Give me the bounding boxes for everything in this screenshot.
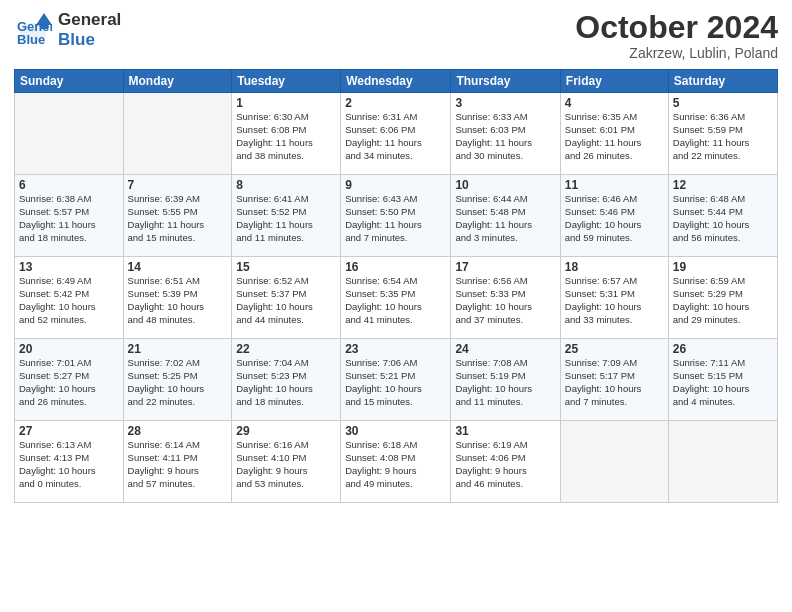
day-info: Sunrise: 7:11 AM Sunset: 5:15 PM Dayligh… bbox=[673, 357, 773, 408]
day-info: Sunrise: 6:52 AM Sunset: 5:37 PM Dayligh… bbox=[236, 275, 336, 326]
th-saturday: Saturday bbox=[668, 70, 777, 93]
day-number: 17 bbox=[455, 260, 555, 274]
day-info: Sunrise: 6:19 AM Sunset: 4:06 PM Dayligh… bbox=[455, 439, 555, 490]
header: General Blue General Blue October 2024 Z… bbox=[14, 10, 778, 61]
day-number: 18 bbox=[565, 260, 664, 274]
day-info: Sunrise: 6:35 AM Sunset: 6:01 PM Dayligh… bbox=[565, 111, 664, 162]
day-info: Sunrise: 7:06 AM Sunset: 5:21 PM Dayligh… bbox=[345, 357, 446, 408]
day-info: Sunrise: 6:51 AM Sunset: 5:39 PM Dayligh… bbox=[128, 275, 228, 326]
calendar-cell: 9Sunrise: 6:43 AM Sunset: 5:50 PM Daylig… bbox=[341, 175, 451, 257]
day-info: Sunrise: 6:56 AM Sunset: 5:33 PM Dayligh… bbox=[455, 275, 555, 326]
th-thursday: Thursday bbox=[451, 70, 560, 93]
day-number: 23 bbox=[345, 342, 446, 356]
day-number: 3 bbox=[455, 96, 555, 110]
day-info: Sunrise: 6:31 AM Sunset: 6:06 PM Dayligh… bbox=[345, 111, 446, 162]
day-info: Sunrise: 7:09 AM Sunset: 5:17 PM Dayligh… bbox=[565, 357, 664, 408]
calendar-cell: 12Sunrise: 6:48 AM Sunset: 5:44 PM Dayli… bbox=[668, 175, 777, 257]
calendar-cell: 20Sunrise: 7:01 AM Sunset: 5:27 PM Dayli… bbox=[15, 339, 124, 421]
day-info: Sunrise: 7:01 AM Sunset: 5:27 PM Dayligh… bbox=[19, 357, 119, 408]
day-info: Sunrise: 6:16 AM Sunset: 4:10 PM Dayligh… bbox=[236, 439, 336, 490]
day-info: Sunrise: 7:02 AM Sunset: 5:25 PM Dayligh… bbox=[128, 357, 228, 408]
calendar-cell: 14Sunrise: 6:51 AM Sunset: 5:39 PM Dayli… bbox=[123, 257, 232, 339]
calendar-cell: 31Sunrise: 6:19 AM Sunset: 4:06 PM Dayli… bbox=[451, 421, 560, 503]
calendar-cell: 22Sunrise: 7:04 AM Sunset: 5:23 PM Dayli… bbox=[232, 339, 341, 421]
day-info: Sunrise: 6:49 AM Sunset: 5:42 PM Dayligh… bbox=[19, 275, 119, 326]
day-info: Sunrise: 6:57 AM Sunset: 5:31 PM Dayligh… bbox=[565, 275, 664, 326]
day-info: Sunrise: 6:48 AM Sunset: 5:44 PM Dayligh… bbox=[673, 193, 773, 244]
calendar-cell: 13Sunrise: 6:49 AM Sunset: 5:42 PM Dayli… bbox=[15, 257, 124, 339]
calendar: Sunday Monday Tuesday Wednesday Thursday… bbox=[14, 69, 778, 503]
week-row-2: 6Sunrise: 6:38 AM Sunset: 5:57 PM Daylig… bbox=[15, 175, 778, 257]
calendar-cell: 6Sunrise: 6:38 AM Sunset: 5:57 PM Daylig… bbox=[15, 175, 124, 257]
calendar-cell: 7Sunrise: 6:39 AM Sunset: 5:55 PM Daylig… bbox=[123, 175, 232, 257]
day-info: Sunrise: 7:04 AM Sunset: 5:23 PM Dayligh… bbox=[236, 357, 336, 408]
day-number: 14 bbox=[128, 260, 228, 274]
logo: General Blue General Blue bbox=[14, 10, 121, 49]
calendar-cell: 27Sunrise: 6:13 AM Sunset: 4:13 PM Dayli… bbox=[15, 421, 124, 503]
calendar-cell: 25Sunrise: 7:09 AM Sunset: 5:17 PM Dayli… bbox=[560, 339, 668, 421]
day-number: 4 bbox=[565, 96, 664, 110]
day-number: 12 bbox=[673, 178, 773, 192]
calendar-cell: 19Sunrise: 6:59 AM Sunset: 5:29 PM Dayli… bbox=[668, 257, 777, 339]
calendar-cell: 8Sunrise: 6:41 AM Sunset: 5:52 PM Daylig… bbox=[232, 175, 341, 257]
calendar-cell: 10Sunrise: 6:44 AM Sunset: 5:48 PM Dayli… bbox=[451, 175, 560, 257]
location: Zakrzew, Lublin, Poland bbox=[575, 45, 778, 61]
calendar-cell: 29Sunrise: 6:16 AM Sunset: 4:10 PM Dayli… bbox=[232, 421, 341, 503]
day-number: 9 bbox=[345, 178, 446, 192]
day-number: 20 bbox=[19, 342, 119, 356]
day-info: Sunrise: 6:18 AM Sunset: 4:08 PM Dayligh… bbox=[345, 439, 446, 490]
calendar-cell: 21Sunrise: 7:02 AM Sunset: 5:25 PM Dayli… bbox=[123, 339, 232, 421]
week-row-1: 1Sunrise: 6:30 AM Sunset: 6:08 PM Daylig… bbox=[15, 93, 778, 175]
day-number: 5 bbox=[673, 96, 773, 110]
day-info: Sunrise: 6:44 AM Sunset: 5:48 PM Dayligh… bbox=[455, 193, 555, 244]
day-info: Sunrise: 6:14 AM Sunset: 4:11 PM Dayligh… bbox=[128, 439, 228, 490]
calendar-cell: 2Sunrise: 6:31 AM Sunset: 6:06 PM Daylig… bbox=[341, 93, 451, 175]
calendar-cell: 4Sunrise: 6:35 AM Sunset: 6:01 PM Daylig… bbox=[560, 93, 668, 175]
day-number: 26 bbox=[673, 342, 773, 356]
day-number: 19 bbox=[673, 260, 773, 274]
day-number: 1 bbox=[236, 96, 336, 110]
calendar-cell: 17Sunrise: 6:56 AM Sunset: 5:33 PM Dayli… bbox=[451, 257, 560, 339]
calendar-cell: 18Sunrise: 6:57 AM Sunset: 5:31 PM Dayli… bbox=[560, 257, 668, 339]
page: General Blue General Blue October 2024 Z… bbox=[0, 0, 792, 612]
month-title: October 2024 bbox=[575, 10, 778, 45]
calendar-cell: 23Sunrise: 7:06 AM Sunset: 5:21 PM Dayli… bbox=[341, 339, 451, 421]
calendar-body: 1Sunrise: 6:30 AM Sunset: 6:08 PM Daylig… bbox=[15, 93, 778, 503]
calendar-cell bbox=[15, 93, 124, 175]
calendar-cell: 15Sunrise: 6:52 AM Sunset: 5:37 PM Dayli… bbox=[232, 257, 341, 339]
calendar-cell: 11Sunrise: 6:46 AM Sunset: 5:46 PM Dayli… bbox=[560, 175, 668, 257]
day-number: 8 bbox=[236, 178, 336, 192]
title-block: October 2024 Zakrzew, Lublin, Poland bbox=[575, 10, 778, 61]
day-number: 7 bbox=[128, 178, 228, 192]
day-number: 22 bbox=[236, 342, 336, 356]
day-number: 31 bbox=[455, 424, 555, 438]
day-info: Sunrise: 6:54 AM Sunset: 5:35 PM Dayligh… bbox=[345, 275, 446, 326]
logo-icon: General Blue bbox=[14, 11, 52, 49]
day-info: Sunrise: 6:46 AM Sunset: 5:46 PM Dayligh… bbox=[565, 193, 664, 244]
day-info: Sunrise: 6:43 AM Sunset: 5:50 PM Dayligh… bbox=[345, 193, 446, 244]
day-number: 25 bbox=[565, 342, 664, 356]
calendar-cell bbox=[123, 93, 232, 175]
day-info: Sunrise: 6:59 AM Sunset: 5:29 PM Dayligh… bbox=[673, 275, 773, 326]
calendar-cell: 16Sunrise: 6:54 AM Sunset: 5:35 PM Dayli… bbox=[341, 257, 451, 339]
day-number: 24 bbox=[455, 342, 555, 356]
calendar-cell: 24Sunrise: 7:08 AM Sunset: 5:19 PM Dayli… bbox=[451, 339, 560, 421]
day-number: 29 bbox=[236, 424, 336, 438]
th-sunday: Sunday bbox=[15, 70, 124, 93]
th-tuesday: Tuesday bbox=[232, 70, 341, 93]
day-info: Sunrise: 6:38 AM Sunset: 5:57 PM Dayligh… bbox=[19, 193, 119, 244]
calendar-cell: 3Sunrise: 6:33 AM Sunset: 6:03 PM Daylig… bbox=[451, 93, 560, 175]
logo-general: General bbox=[58, 10, 121, 30]
day-info: Sunrise: 6:39 AM Sunset: 5:55 PM Dayligh… bbox=[128, 193, 228, 244]
day-number: 16 bbox=[345, 260, 446, 274]
calendar-cell: 30Sunrise: 6:18 AM Sunset: 4:08 PM Dayli… bbox=[341, 421, 451, 503]
th-wednesday: Wednesday bbox=[341, 70, 451, 93]
day-number: 27 bbox=[19, 424, 119, 438]
day-info: Sunrise: 6:33 AM Sunset: 6:03 PM Dayligh… bbox=[455, 111, 555, 162]
day-number: 21 bbox=[128, 342, 228, 356]
week-row-5: 27Sunrise: 6:13 AM Sunset: 4:13 PM Dayli… bbox=[15, 421, 778, 503]
logo-blue: Blue bbox=[58, 30, 121, 50]
weekday-header-row: Sunday Monday Tuesday Wednesday Thursday… bbox=[15, 70, 778, 93]
day-info: Sunrise: 6:13 AM Sunset: 4:13 PM Dayligh… bbox=[19, 439, 119, 490]
th-monday: Monday bbox=[123, 70, 232, 93]
